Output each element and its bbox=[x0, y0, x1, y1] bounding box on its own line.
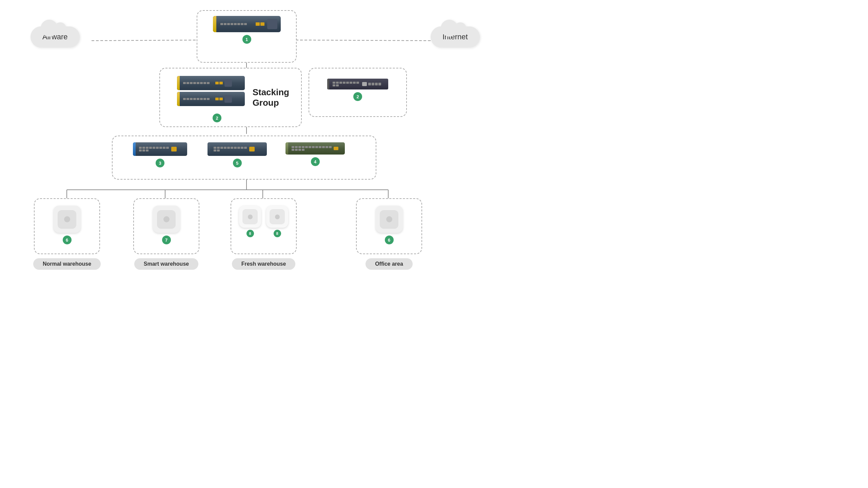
alt-device-2-box: 2 bbox=[309, 68, 407, 117]
smart-warehouse-ap bbox=[153, 206, 180, 233]
device-badge-1: 1 bbox=[242, 35, 251, 44]
stacking-switches bbox=[177, 76, 245, 106]
stacking-group-box: 2 Stacking Group bbox=[159, 68, 302, 127]
warehouse-badge-fresh-2: 8 bbox=[274, 230, 281, 237]
office-area-box: 6 bbox=[356, 198, 422, 254]
fresh-warehouse-aps: 8 8 bbox=[239, 206, 288, 237]
smart-warehouse-box: 7 bbox=[133, 198, 199, 254]
fresh-warehouse-label: Fresh warehouse bbox=[232, 258, 296, 270]
fresh-warehouse-ap-1 bbox=[239, 206, 261, 228]
router-device bbox=[213, 16, 281, 32]
airware-cloud: Airware bbox=[31, 26, 80, 47]
fresh-warehouse-ap-2 bbox=[266, 206, 288, 228]
stacking-group-label: Stacking Group bbox=[253, 87, 289, 108]
warehouse-badge-normal: 6 bbox=[63, 236, 72, 244]
office-area-ap bbox=[376, 206, 403, 233]
network-diagram: Airware Internet bbox=[0, 0, 494, 274]
svg-line-1 bbox=[288, 40, 431, 41]
normal-warehouse-box: 6 bbox=[34, 198, 100, 254]
device-badge-3: 3 bbox=[156, 159, 164, 167]
warehouse-badge-fresh-1: 8 bbox=[246, 230, 254, 237]
internet-cloud: Internet bbox=[431, 26, 480, 47]
warehouse-badge-smart: 7 bbox=[162, 236, 171, 244]
office-area-label: Office area bbox=[366, 258, 413, 270]
device-badge-4: 4 bbox=[311, 157, 320, 166]
switches-row-box: 3 5 bbox=[112, 136, 376, 180]
normal-warehouse-ap bbox=[54, 206, 81, 233]
smart-warehouse-label: Smart warehouse bbox=[134, 258, 198, 270]
router-box: 1 bbox=[197, 10, 297, 63]
svg-line-0 bbox=[92, 40, 213, 41]
warehouse-badge-office: 6 bbox=[385, 236, 394, 244]
device-badge-5: 5 bbox=[233, 159, 242, 167]
device-badge-2-right: 2 bbox=[353, 92, 362, 101]
normal-warehouse-label: Normal warehouse bbox=[33, 258, 101, 270]
device-badge-2-left: 2 bbox=[213, 114, 221, 122]
fresh-warehouse-box: 8 8 bbox=[231, 198, 297, 254]
